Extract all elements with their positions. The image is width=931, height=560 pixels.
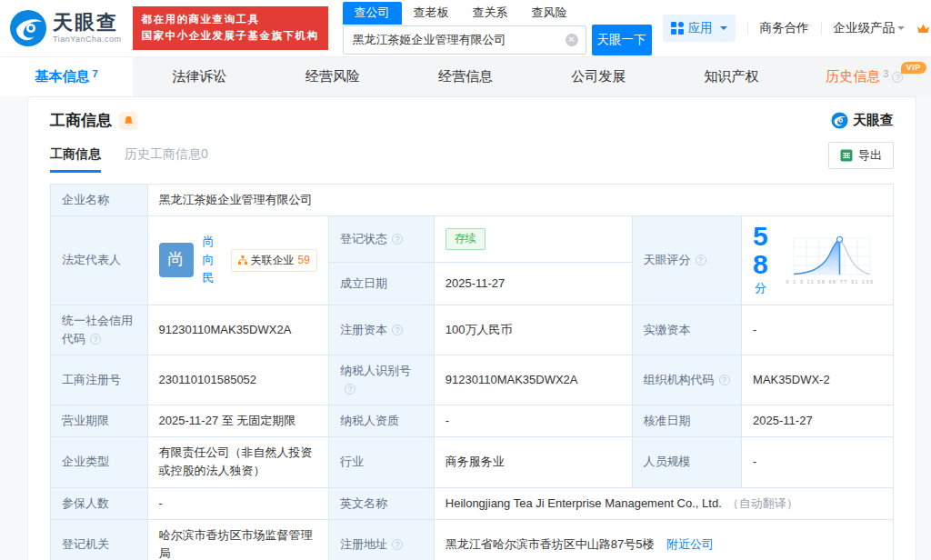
info-icon[interactable]: [345, 384, 355, 395]
field-label-business-term: 营业期限: [51, 405, 148, 437]
info-icon[interactable]: [90, 334, 101, 345]
table-row: 企业类型 有限责任公司（非自然人投资或控股的法人独资） 行业 商务服务业 人员规…: [51, 437, 894, 487]
search-tab-relation[interactable]: 查关系: [461, 2, 520, 25]
credit-code-value: 91230110MAK35DWX2A: [147, 305, 328, 355]
field-label-credit-code: 统一社会信用代码: [51, 305, 148, 355]
logo-subtitle: TianYanCha.com: [53, 35, 122, 44]
header-menu: 应用 商务合作 企业级产品 开通会员: [663, 15, 931, 42]
menu-vip-upgrade[interactable]: 开通会员: [916, 20, 931, 36]
export-button[interactable]: 导出: [828, 142, 894, 169]
section-title: 工商信息: [50, 110, 112, 131]
table-row: 法定代表人 尚 尚向民: [51, 216, 894, 263]
promo-line-1: 都在用的商业查询工具: [142, 12, 319, 28]
establish-date-value: 2025-11-27: [434, 263, 632, 305]
export-label: 导出: [858, 147, 882, 164]
tab-basic-info[interactable]: 基本信息 7: [0, 57, 133, 96]
field-label-taxpayer-qualification: 纳税人资质: [328, 405, 434, 437]
english-name-value: Heilongjiang Tea Ji Enterprise Managemen…: [434, 487, 893, 519]
logo-text: 天眼查 TianYanCha.com: [53, 13, 122, 44]
field-label-reg-capital: 注册资本: [328, 305, 434, 355]
info-icon[interactable]: [392, 234, 403, 245]
info-icon[interactable]: [696, 255, 706, 265]
reg-capital-value: 100万人民币: [434, 305, 632, 355]
field-label-english-name: 英文名称: [328, 487, 434, 519]
search-tab-company[interactable]: 查公司: [343, 2, 402, 25]
business-info-table: 企业名称 黑龙江茶姬企业管理有限公司 法定代表人 尚 尚向民: [50, 184, 894, 560]
tianyancha-logo-icon: [9, 9, 47, 47]
menu-business-cooperation[interactable]: 商务合作: [760, 20, 809, 36]
legal-rep-link[interactable]: 尚向民: [203, 233, 222, 287]
search-input[interactable]: [344, 26, 586, 54]
info-icon[interactable]: [392, 539, 403, 550]
nearby-companies-link[interactable]: 附近公司: [666, 537, 714, 551]
vip-badge: VIP: [901, 62, 926, 74]
field-label-registration-authority: 登记机关: [51, 519, 148, 560]
tab-label: 经营风险: [305, 68, 360, 85]
search-tab-boss[interactable]: 查老板: [402, 2, 461, 25]
table-row: 工商注册号 230110101585052 纳税人识别号 91230110MAK…: [51, 355, 894, 405]
page: 天眼查 TianYanCha.com 都在用的商业查询工具 国家中小企业发展子基…: [0, 0, 931, 560]
score-cell[interactable]: 58分: [742, 216, 894, 305]
tab-label: 历史信息: [826, 68, 880, 85]
tab-operating-risk[interactable]: 经营风险: [266, 57, 399, 96]
tianyancha-logo[interactable]: 天眼查 TianYanCha.com: [9, 9, 122, 47]
business-subtabs: 工商信息 历史工商信息0: [50, 146, 208, 173]
subtab-history-business-info[interactable]: 历史工商信息0: [125, 146, 208, 173]
org-code-value: MAK35DWX-2: [742, 355, 894, 405]
info-icon[interactable]: [392, 325, 403, 335]
tab-intellectual-property[interactable]: 知识产权: [665, 57, 797, 96]
promo-banner: 都在用的商业查询工具 国家中小企业发展子基金旗下机构: [133, 6, 328, 50]
registered-address-value: 黑龙江省哈尔滨市香坊区中山路87号5楼 附近公司: [434, 519, 893, 560]
tab-company-development[interactable]: 公司发展: [532, 57, 665, 96]
watermark-logo-icon: [831, 112, 848, 129]
field-label-registered-address: 注册地址: [328, 519, 434, 560]
search-button[interactable]: 天眼一下: [592, 25, 652, 55]
info-icon[interactable]: [719, 375, 730, 385]
status-badge: 存续: [445, 228, 486, 250]
business-term-value: 2025-11-27 至 无固定期限: [147, 405, 328, 437]
table-row: 登记机关 哈尔滨市香坊区市场监督管理局 注册地址 黑龙江省哈尔滨市香坊区中山路8…: [51, 519, 894, 560]
clear-search-icon[interactable]: ✕: [566, 34, 578, 46]
menu-enterprise-products[interactable]: 企业级产品: [834, 20, 906, 36]
enterprise-products-label: 企业级产品: [834, 20, 896, 36]
chevron-down-icon: [720, 26, 727, 34]
field-label-paid-capital: 实缴资本: [632, 305, 742, 355]
field-label-company-type: 企业类型: [51, 437, 148, 487]
approval-date-value: 2025-11-27: [742, 405, 894, 437]
apps-grid-icon: [671, 22, 684, 35]
tab-label: 知识产权: [705, 68, 759, 85]
subtab-business-info[interactable]: 工商信息: [50, 146, 101, 173]
tab-legal-proceedings[interactable]: 法律诉讼: [133, 57, 265, 96]
field-label-insured-count: 参保人数: [51, 487, 148, 519]
related-companies-badge[interactable]: 关联企业 59: [231, 249, 317, 272]
company-type-value: 有限责任公司（非自然人投资或控股的法人独资）: [147, 437, 328, 487]
tianyancha-watermark: 天眼查: [831, 112, 894, 129]
staff-size-value: -: [742, 437, 894, 487]
subscribe-bell-icon[interactable]: [119, 112, 137, 130]
reg-status-value: 存续: [434, 216, 632, 263]
field-label-reg-status: 登记状态: [328, 216, 434, 263]
search-tab-risk[interactable]: 查风险: [520, 2, 579, 25]
registration-authority-value: 哈尔滨市香坊区市场监督管理局: [147, 519, 328, 560]
apps-menu[interactable]: 应用: [663, 15, 736, 42]
menu-divider: [747, 22, 748, 35]
field-label-staff-size: 人员规模: [632, 437, 742, 487]
score-chart-ticks: 0 1 3 11 58 68 77 91 100: [786, 278, 874, 285]
logo-title: 天眼查: [53, 13, 122, 33]
taxpayer-qualification-value: -: [434, 405, 632, 437]
insured-count-value: -: [147, 487, 328, 519]
tab-operating-info[interactable]: 经营信息: [399, 57, 532, 96]
field-label-reg-number: 工商注册号: [51, 355, 148, 405]
promo-line-2: 国家中小企业发展子基金旗下机构: [142, 28, 319, 45]
table-row: 统一社会信用代码 91230110MAK35DWX2A 注册资本 100万人民币…: [51, 305, 894, 355]
org-chart-icon: [238, 255, 247, 265]
tab-history-info[interactable]: 历史信息 3 VIP: [798, 57, 931, 96]
legal-rep-avatar[interactable]: 尚: [159, 243, 194, 277]
crown-icon: [916, 23, 930, 35]
paid-capital-value: -: [742, 305, 894, 355]
tab-count: 7: [93, 68, 98, 79]
menu-divider: [821, 22, 822, 35]
score-value: 58: [753, 221, 768, 279]
apps-menu-label: 应用: [688, 20, 713, 36]
tab-label: 公司发展: [571, 68, 626, 85]
